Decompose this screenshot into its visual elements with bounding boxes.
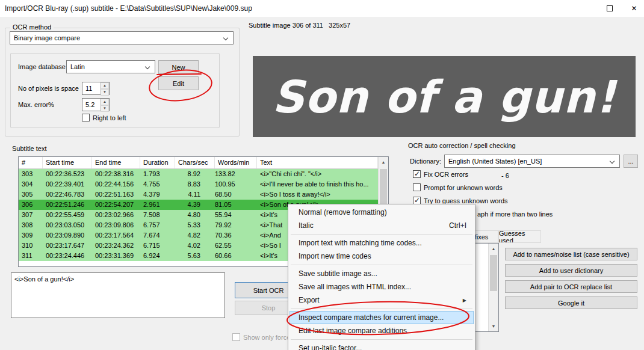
menu-item[interactable]: Save subtitle image as... xyxy=(289,267,474,280)
menu-item[interactable]: Normal (remove formatting) xyxy=(289,206,474,219)
image-database-label: Image database xyxy=(18,63,66,70)
edit-button[interactable]: Edit xyxy=(158,76,199,90)
column-header[interactable]: Start time xyxy=(43,157,92,168)
table-cell: 00:23:17.564 xyxy=(92,230,140,241)
table-cell: 00:22:46.783 xyxy=(43,189,92,200)
fix-ocr-errors-checkbox[interactable]: Fix OCR errors xyxy=(413,170,468,178)
add-ocr-replace-pair-button[interactable]: Add pair to OCR replace list xyxy=(505,280,637,293)
table-cell: 6.924 xyxy=(140,251,175,261)
column-header[interactable]: # xyxy=(19,157,43,168)
checkbox-icon xyxy=(232,333,240,341)
table-cell: 307 xyxy=(19,210,43,220)
spin-up-icon[interactable]: ▲ xyxy=(101,99,109,105)
dictionary-browse-button[interactable]: ... xyxy=(624,155,638,168)
table-cell: 306 xyxy=(19,200,43,210)
menu-item-label: Edit last image compare additions... xyxy=(299,327,413,335)
menu-item[interactable]: Export▶ xyxy=(289,293,474,307)
spell-panel-title: OCR auto correction / spell checking xyxy=(408,142,516,149)
tab-guesses-used[interactable]: Guesses used xyxy=(498,230,541,243)
table-cell: 5.33 xyxy=(175,220,215,230)
spin-down-icon[interactable]: ▼ xyxy=(101,89,109,96)
table-cell: 00:23:03.050 xyxy=(43,220,92,230)
menu-item-label: Normal (remove formatting) xyxy=(299,208,387,216)
column-header[interactable]: End time xyxy=(92,157,140,168)
table-cell: <i>So I toss it away!</i> xyxy=(257,189,378,200)
table-cell: 00:22:54.207 xyxy=(92,200,140,210)
right-to-left-checkbox[interactable]: Right to left xyxy=(82,114,126,121)
menu-separator xyxy=(291,234,472,235)
table-cell: 4.80 xyxy=(175,210,215,220)
table-cell: 68.50 xyxy=(215,189,257,200)
prompt-unknown-words-checkbox[interactable]: Prompt for unknown words xyxy=(413,183,503,191)
dictionary-combobox[interactable]: English (United States) [en_US] xyxy=(444,155,620,168)
listbox-scrollbar[interactable]: ▲ ▼ xyxy=(488,244,498,331)
table-cell: 7.508 xyxy=(140,210,175,220)
table-cell: 1.793 xyxy=(140,169,175,179)
checkbox-checked-icon xyxy=(413,170,421,178)
table-cell: 4.02 xyxy=(175,241,215,251)
spin-up-icon[interactable]: ▲ xyxy=(101,82,109,89)
column-header[interactable]: Words/min xyxy=(215,157,257,168)
table-cell: 8.83 xyxy=(175,179,215,189)
image-database-combobox[interactable]: Latin xyxy=(66,60,155,73)
scroll-down-icon[interactable]: ▼ xyxy=(489,321,498,331)
window-title: Import/OCR Blu-ray (.sup) subtitle - E:\… xyxy=(5,4,252,13)
show-only-forced-checkbox[interactable]: Show only force xyxy=(232,333,290,341)
tab-fixes-label: fixes xyxy=(475,233,489,241)
table-row[interactable]: 30500:22:46.78300:22:51.1634.3794.1168.5… xyxy=(19,189,378,200)
table-cell: 81.05 xyxy=(215,200,257,210)
table-row[interactable]: 30400:22:39.40100:22:44.1564.7558.83100.… xyxy=(19,179,378,189)
menu-separator xyxy=(291,265,472,265)
spin-down-icon[interactable]: ▼ xyxy=(101,105,109,112)
close-button[interactable]: ✕ xyxy=(624,0,644,17)
dictionary-label: Dictionary: xyxy=(410,158,441,165)
table-cell: 4.11 xyxy=(175,189,215,200)
title-bar: Import/OCR Blu-ray (.sup) subtitle - E:\… xyxy=(0,0,644,17)
scroll-up-icon[interactable]: ▲ xyxy=(489,244,498,254)
menu-item[interactable]: Inspect compare matches for current imag… xyxy=(289,311,474,324)
menu-item[interactable]: Set un-italic factor... xyxy=(289,342,474,350)
table-cell: 4.39 xyxy=(175,200,215,210)
pixels-space-label: No of pixels is space xyxy=(18,85,79,92)
table-cell: 4.379 xyxy=(140,189,175,200)
menu-item-label: Export xyxy=(299,296,320,304)
menu-separator xyxy=(291,309,472,309)
max-error-spinner[interactable]: 5.2 ▲ ▼ xyxy=(82,98,110,111)
add-names-noise-list-button[interactable]: Add to names/noise list (case sensitive) xyxy=(505,248,637,260)
subtitle-text-value: <i>Son of a gun!</i> xyxy=(14,275,74,283)
add-user-dictionary-button[interactable]: Add to user dictionary xyxy=(505,264,637,277)
menu-item[interactable]: ItalicCtrl+I xyxy=(289,219,474,232)
table-cell: 6.757 xyxy=(140,220,175,230)
menu-item[interactable]: Edit last image compare additions... xyxy=(289,324,474,337)
column-header[interactable]: Chars/sec xyxy=(175,157,215,168)
partial-checkbox-text: aph if more than two lines xyxy=(477,210,553,218)
subtitle-image-info: Subtitle image 306 of 311 325x57 xyxy=(249,22,350,29)
pixels-space-spinner[interactable]: 11 ▲ ▼ xyxy=(82,82,110,95)
new-button[interactable]: New xyxy=(158,60,199,74)
chevron-down-icon xyxy=(145,64,150,69)
chevron-down-icon xyxy=(610,159,615,164)
table-cell: 311 xyxy=(19,251,43,261)
menu-item[interactable]: Import new time codes xyxy=(289,250,474,263)
subtitle-text-input[interactable]: <i>Son of a gun!</i> xyxy=(11,272,225,318)
table-cell: 00:22:36.523 xyxy=(43,169,92,179)
table-cell: 00:23:09.890 xyxy=(43,230,92,241)
ocr-method-combobox[interactable]: Binary image compare xyxy=(10,31,234,45)
table-cell: 304 xyxy=(19,179,43,189)
scroll-up-icon[interactable]: ▲ xyxy=(379,157,388,167)
table-cell: 4.755 xyxy=(140,179,175,189)
table-cell: 79.92 xyxy=(215,220,257,230)
menu-item[interactable]: Save all images with HTML index... xyxy=(289,280,474,293)
column-header[interactable]: Text xyxy=(257,157,378,168)
column-header[interactable]: Duration xyxy=(140,157,175,168)
pixels-space-value: 11 xyxy=(82,82,100,94)
maximize-button[interactable] xyxy=(596,0,623,17)
menu-item[interactable]: Import text with matching time codes... xyxy=(289,236,474,250)
table-cell: 00:22:39.401 xyxy=(43,179,92,189)
table-cell: 62.55 xyxy=(215,241,257,251)
table-cell: 00:22:38.316 xyxy=(92,169,140,179)
google-it-button[interactable]: Google it xyxy=(505,296,637,309)
scrollbar-thumb[interactable] xyxy=(490,255,497,291)
table-row[interactable]: 30300:22:36.52300:22:38.3161.7938.92133.… xyxy=(19,169,378,179)
table-cell: 308 xyxy=(19,220,43,230)
